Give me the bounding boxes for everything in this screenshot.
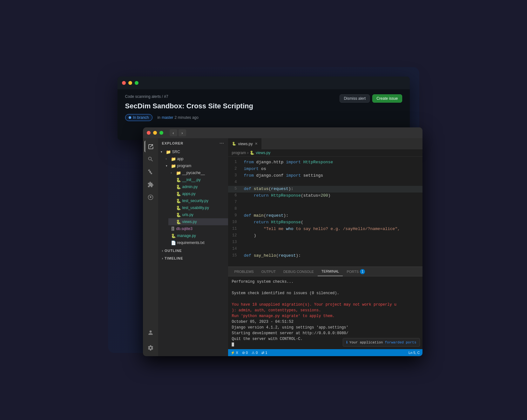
github-panel: Code scanning alerts / #7 SecDim Sandbox… [118,89,410,127]
views-tab[interactable]: 🐍 views.py ✕ [228,138,262,149]
tab-problems[interactable]: PROBLEMS [231,267,258,276]
requirements-label: requirements.txt [177,240,205,245]
time-ago: 2 minutes ago [175,115,199,120]
breadcrumb-file-icon: 🐍 [250,151,254,155]
cursor-position[interactable]: Ln 5, C [409,351,420,355]
settings-icon[interactable] [145,342,156,354]
test-security-file[interactable]: 🐍 test_security.py [168,197,228,204]
terminal-line-10: Starting development server at http://0.… [232,330,419,336]
vscode-nav-buttons: ‹ › [170,129,186,136]
test-usability-file[interactable]: 🐍 test_usability.py [168,204,228,211]
app-folder[interactable]: › 📁 app [163,155,228,162]
alert-title: SecDim Sandbox: Cross Site Scripting [125,102,402,110]
code-line-3: 3 from django.conf import settings [228,173,422,179]
minimize-btn[interactable] [128,81,132,85]
tab-output[interactable]: OUTPUT [258,267,280,276]
terminal-content[interactable]: Performing system checks... System check… [228,276,422,349]
views-label: views.py [182,220,197,224]
explorer-more-icon[interactable]: ··· [220,141,224,146]
vscode-forward-button[interactable]: › [179,129,186,136]
db-file[interactable]: 🗄 db.sqlite3 [163,225,228,232]
timeline-section[interactable]: › TIMELINE [158,254,228,261]
outline-section[interactable]: › OUTLINE [158,246,228,254]
status-bar-left: ⚡ X ⊘ 0 ⚠ 0 ⇄ 1 [231,351,267,355]
vscode-maximize-btn[interactable] [159,131,163,135]
close-btn[interactable] [122,81,126,85]
timeline-arrow-icon: › [162,256,165,260]
tab-close-icon[interactable]: ✕ [255,142,258,146]
terminal-notification[interactable]: ℹ Your application forwarded ports [343,338,420,347]
urls-file[interactable]: 🐍 urls.py [168,211,228,218]
tab-terminal[interactable]: TERMINAL [318,267,343,276]
manage-file[interactable]: 🐍 manage.py [163,232,228,239]
code-line-14: 14 [228,246,422,253]
warnings-status[interactable]: ⚠ 0 [252,351,258,355]
forwarded-ports-link[interactable]: forwarded ports [385,341,416,344]
create-issue-button[interactable]: Create issue [372,94,402,103]
breadcrumb-file-name[interactable]: views.py [256,151,270,155]
tab-ports[interactable]: PORTS 1 [343,267,369,276]
requirements-file[interactable]: 📄 requirements.txt [163,239,228,246]
code-line-7: 7 [228,199,422,206]
source-control-icon[interactable] [145,166,156,178]
dismiss-alert-button[interactable]: Dismiss alert [340,94,370,103]
status-bar: ⚡ X ⊘ 0 ⚠ 0 ⇄ 1 [228,349,422,356]
tab-file-icon: 🐍 [232,142,236,146]
src-folder[interactable]: ▾ 📁 SRC [158,148,228,155]
outline-label: OUTLINE [165,249,182,253]
errors-status[interactable]: ⊘ 0 [242,351,248,355]
code-line-10: 10 return HttpResponse( [228,219,422,226]
branch-name[interactable]: master [162,115,173,120]
code-line-12: 12 ) [228,233,422,239]
src-label: SRC [172,150,180,154]
code-line-1: 1 from django.http import HttpResponse [228,159,422,166]
tab-debug-console[interactable]: DEBUG CONSOLE [280,267,318,276]
explorer-header: EXPLORER ··· [158,138,228,148]
explorer-title: EXPLORER [162,141,184,145]
ports-label: PORTS [347,270,359,274]
terminal-line-3: System check identified no issues (0 sil… [232,290,419,296]
ports-badge: 1 [360,269,365,274]
vscode-back-button[interactable]: ‹ [170,129,177,136]
breadcrumb-path[interactable]: program [232,151,246,155]
branch-info: in master 2 minutes ago [158,115,199,120]
pycache-arrow-icon: › [171,171,175,174]
breadcrumb-issue[interactable]: #7 [164,94,168,99]
apps-file[interactable]: 🐍 apps.py [168,190,228,197]
maximize-btn[interactable] [135,81,139,85]
vscode-titlebar: ‹ › [143,127,422,138]
remote-status-icon[interactable]: ⚡ X [231,351,238,355]
code-line-11: 11 "Tell me who to say hello? e.g. /sayH… [228,226,422,233]
app-folder-icon: 📁 [171,157,176,161]
terminal-panel: PROBLEMS OUTPUT DEBUG CONSOLE TERMINAL P… [228,267,422,349]
search-icon[interactable] [145,153,156,165]
breadcrumb-link[interactable]: Code scanning alerts [125,94,161,99]
activity-bar [143,138,158,356]
ports-status[interactable]: ⇄ 1 [261,351,267,355]
program-folder[interactable]: ▾ 📁 program [163,162,228,169]
code-line-2: 2 import os [228,166,422,173]
pycache-label: __pycache__ [182,171,205,175]
extensions-icon[interactable] [145,179,156,190]
terminal-line-7: Run 'python manage.py migrate' to apply … [232,313,419,319]
pycache-folder-icon: 📁 [176,171,181,175]
sidebar-explorer: EXPLORER ··· ▾ 📁 SRC › 📁 [158,138,228,356]
vscode-minimize-btn[interactable] [153,131,157,135]
vscode-close-btn[interactable] [147,131,151,135]
program-arrow-icon: ▾ [166,164,170,167]
terminal-tabs: PROBLEMS OUTPUT DEBUG CONSOLE TERMINAL P… [228,267,422,276]
terminal-line-1: Performing system checks... [232,279,419,285]
pycache-folder[interactable]: › 📁 __pycache__ [168,169,228,176]
remote-icon[interactable] [145,192,156,203]
app-arrow-icon: › [166,157,170,160]
views-file[interactable]: 🐍 views.py [168,218,228,225]
code-editor[interactable]: 1 from django.http import HttpResponse 2… [228,157,422,267]
admin-file[interactable]: 🐍 admin.py [168,183,228,190]
init-file[interactable]: 🐍 __init__.py [168,176,228,183]
breadcrumb-sep: / [162,94,163,99]
outline-arrow-icon: › [162,249,165,253]
github-titlebar [118,77,410,89]
manage-file-icon: 🐍 [171,234,176,238]
explorer-icon[interactable] [145,141,156,152]
account-icon[interactable] [145,327,156,338]
